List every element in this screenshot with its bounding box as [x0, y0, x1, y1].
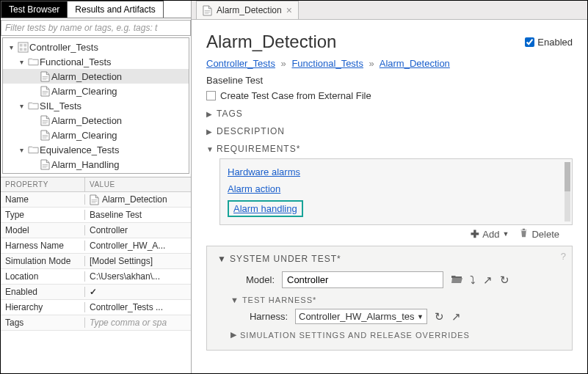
check-icon: ✓	[90, 287, 97, 297]
section-tags[interactable]: ▶TAGS	[206, 109, 573, 119]
collapse-icon[interactable]: ▾	[16, 58, 26, 66]
tree-label: Equivalence_Tests	[40, 144, 119, 155]
tree-label: Alarm_Clearing	[51, 130, 117, 141]
tree-node-alarm-detection[interactable]: Alarm_Detection	[3, 69, 189, 84]
close-icon[interactable]: ×	[286, 4, 292, 16]
folder-icon	[26, 145, 40, 154]
model-input[interactable]	[282, 271, 443, 288]
enabled-checkbox[interactable]: Enabled	[525, 37, 573, 48]
tree-label: Alarm_Detection	[51, 115, 122, 126]
scrollbar[interactable]	[565, 162, 570, 221]
breadcrumb-link[interactable]: Functional_Tests	[291, 58, 363, 69]
open-harness-icon[interactable]: ↗	[451, 310, 461, 323]
section-sim-settings[interactable]: ▶SIMULATION SETTINGS AND RELEASE OVERRID…	[231, 330, 562, 340]
model-label: Model:	[231, 274, 275, 285]
system-under-test-box: ? ▼SYSTEM UNDER TEST* Model: ⤵ ↗ ↻ ▼TEST…	[206, 246, 573, 351]
browse-folder-icon[interactable]	[451, 274, 462, 287]
tab-results-artifacts[interactable]: Results and Artifacts	[67, 1, 163, 18]
checkbox-icon[interactable]	[206, 91, 216, 100]
caret-down-icon: ▼	[217, 254, 227, 264]
tree-label: Alarm_Detection	[51, 71, 122, 82]
prop-value[interactable]: Controller_Tests ...	[85, 302, 191, 312]
folder-icon	[26, 101, 40, 110]
section-sut[interactable]: ▼SYSTEM UNDER TEST*	[217, 254, 562, 264]
delete-button[interactable]: Delete	[519, 228, 559, 240]
section-description[interactable]: ▶DESCRIPTION	[206, 126, 573, 136]
document-icon	[38, 130, 51, 141]
breadcrumb-link[interactable]: Controller_Tests	[206, 58, 275, 69]
breadcrumb: Controller_Tests » Functional_Tests » Al…	[206, 58, 573, 69]
tree-node-sil-tests[interactable]: ▾ SIL_Tests	[3, 98, 189, 113]
editor-tabbar: Alarm_Detection ×	[192, 1, 587, 20]
left-tabbar: Test Browser Results and Artifacts	[1, 1, 191, 18]
requirement-item[interactable]: Hardware alarms	[228, 164, 565, 180]
property-col-header: PROPERTY	[1, 177, 85, 191]
document-icon	[38, 159, 51, 170]
editor-tab-label: Alarm_Detection	[217, 5, 282, 15]
collapse-icon[interactable]: ▾	[16, 146, 26, 154]
tree-node-equivalence-tests[interactable]: ▾ Equivalence_Tests	[3, 142, 189, 157]
tree-node-sil-alarm-clearing[interactable]: Alarm_Clearing	[3, 128, 189, 142]
document-icon	[90, 194, 99, 205]
section-test-harness[interactable]: ▼TEST HARNESS*	[231, 296, 562, 304]
prop-value[interactable]: Baseline Test	[85, 210, 191, 220]
property-table: PROPERTY VALUE Name Alarm_Detection Type…	[1, 177, 191, 373]
breadcrumb-link[interactable]: Alarm_Detection	[380, 58, 450, 69]
refresh-icon[interactable]: ↻	[500, 274, 509, 287]
prop-row-hierarchy: Hierarchy Controller_Tests ...	[1, 300, 191, 315]
prop-value[interactable]: Controller_HW_A...	[85, 241, 191, 251]
editor-tab-alarm-detection[interactable]: Alarm_Detection ×	[196, 1, 299, 19]
left-panel: Test Browser Results and Artifacts ▾ Con…	[1, 1, 192, 373]
add-button[interactable]: ✚Add▼	[471, 228, 509, 240]
requirement-item[interactable]: Alarm action	[228, 180, 565, 197]
right-panel: Alarm_Detection × Alarm_Detection Enable…	[192, 1, 587, 373]
editor-content: Alarm_Detection Enabled Controller_Tests…	[192, 20, 587, 373]
filter-input[interactable]	[1, 20, 191, 36]
test-type-label: Baseline Test	[206, 75, 573, 86]
create-external-row[interactable]: Create Test Case from External File	[206, 90, 573, 101]
tree-node-sil-alarm-detection[interactable]: Alarm_Detection	[3, 113, 189, 128]
requirement-link[interactable]: Alarm handling	[228, 200, 303, 217]
prop-row-model: Model Controller	[1, 223, 191, 238]
collapse-icon[interactable]: ▾	[16, 102, 26, 110]
tree-node-functional-tests[interactable]: ▾ Functional_Tests	[3, 54, 189, 69]
prop-value[interactable]: Controller	[85, 225, 191, 235]
harness-select[interactable]: Controller_HW_Alarms_tes ▼	[295, 309, 427, 324]
scrollbar-thumb[interactable]	[565, 162, 570, 191]
collapse-icon[interactable]: ▾	[6, 43, 16, 51]
caret-down-icon: ▼	[231, 296, 239, 304]
caret-down-icon: ▼	[206, 145, 214, 153]
section-requirements[interactable]: ▼REQUIREMENTS*	[206, 144, 573, 154]
tree-node-alarm-clearing[interactable]: Alarm_Clearing	[3, 84, 189, 98]
caret-right-icon: ▶	[206, 110, 214, 118]
test-tree: ▾ Controller_Tests ▾ Functional_Tests Al…	[2, 37, 189, 174]
prop-value[interactable]: C:\Users\akhan\...	[85, 271, 191, 282]
tree-node-alarm-handling[interactable]: Alarm_Handling	[3, 157, 189, 172]
requirements-box: Hardware alarms Alarm action Alarm handl…	[219, 158, 573, 225]
requirement-link[interactable]: Hardware alarms	[228, 166, 300, 177]
help-icon[interactable]: ?	[561, 251, 566, 262]
tags-input[interactable]	[90, 318, 186, 328]
tab-test-browser[interactable]: Test Browser	[1, 1, 68, 18]
enabled-checkbox-input[interactable]	[525, 37, 534, 47]
caret-right-icon: ▶	[231, 330, 237, 340]
chevron-down-icon: ▼	[503, 230, 509, 238]
tree-node-controller-tests[interactable]: ▾ Controller_Tests	[3, 40, 189, 54]
plus-icon: ✚	[471, 228, 479, 240]
document-icon	[38, 71, 51, 82]
requirement-item-highlighted[interactable]: Alarm handling	[228, 197, 565, 220]
page-title: Alarm_Detection	[206, 32, 336, 52]
enabled-label: Enabled	[537, 37, 573, 48]
document-icon	[38, 115, 51, 126]
requirement-link[interactable]: Alarm action	[228, 183, 280, 194]
prop-value[interactable]: [Model Settings]	[85, 256, 191, 266]
use-current-model-icon[interactable]: ⤵	[470, 274, 476, 287]
breadcrumb-sep: »	[369, 58, 374, 69]
value-col-header: VALUE	[85, 177, 191, 191]
requirement-actions: ✚Add▼ Delete	[206, 228, 559, 240]
open-model-icon[interactable]: ↗	[483, 274, 493, 287]
prop-row-location: Location C:\Users\akhan\...	[1, 269, 191, 285]
refresh-icon[interactable]: ↻	[435, 310, 444, 323]
suite-icon	[16, 42, 29, 53]
folder-icon	[26, 57, 40, 66]
